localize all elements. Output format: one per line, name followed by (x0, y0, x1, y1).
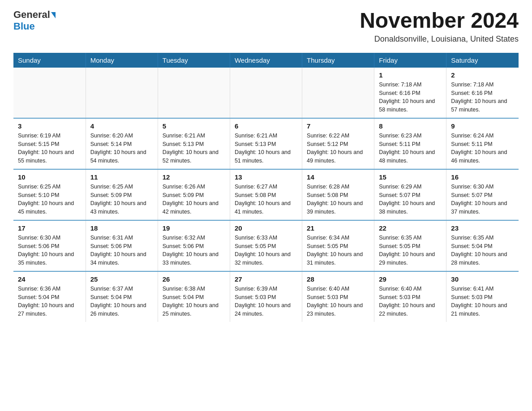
day-info: Sunrise: 6:33 AM Sunset: 5:05 PM Dayligh… (235, 234, 297, 267)
day-cell: 10Sunrise: 6:25 AM Sunset: 5:10 PM Dayli… (13, 169, 86, 220)
day-info: Sunrise: 6:36 AM Sunset: 5:04 PM Dayligh… (18, 285, 81, 318)
day-info: Sunrise: 6:30 AM Sunset: 5:06 PM Dayligh… (18, 234, 81, 267)
day-cell (13, 68, 86, 118)
logo-general-label: General (13, 9, 50, 21)
day-info: Sunrise: 6:19 AM Sunset: 5:15 PM Dayligh… (18, 132, 81, 165)
day-info: Sunrise: 6:30 AM Sunset: 5:07 PM Dayligh… (451, 183, 514, 216)
day-number: 24 (18, 275, 81, 283)
day-cell: 4Sunrise: 6:20 AM Sunset: 5:14 PM Daylig… (86, 118, 158, 169)
day-info: Sunrise: 6:27 AM Sunset: 5:08 PM Dayligh… (235, 183, 297, 216)
day-number: 3 (18, 122, 81, 130)
day-info: Sunrise: 6:35 AM Sunset: 5:04 PM Dayligh… (451, 234, 514, 267)
day-cell (230, 68, 302, 118)
day-number: 8 (379, 122, 442, 130)
day-cell: 15Sunrise: 6:29 AM Sunset: 5:07 PM Dayli… (374, 169, 446, 220)
day-number: 16 (451, 173, 514, 181)
day-info: Sunrise: 7:18 AM Sunset: 6:16 PM Dayligh… (379, 81, 442, 114)
day-cell (158, 68, 230, 118)
week-row-0: 1Sunrise: 7:18 AM Sunset: 6:16 PM Daylig… (13, 68, 519, 118)
day-number: 7 (307, 122, 369, 130)
day-cell: 2Sunrise: 7:18 AM Sunset: 6:16 PM Daylig… (446, 68, 519, 118)
day-cell: 16Sunrise: 6:30 AM Sunset: 5:07 PM Dayli… (446, 169, 519, 220)
day-cell: 8Sunrise: 6:23 AM Sunset: 5:11 PM Daylig… (374, 118, 446, 169)
day-number: 1 (379, 71, 442, 79)
day-cell: 28Sunrise: 6:40 AM Sunset: 5:03 PM Dayli… (302, 271, 374, 322)
day-number: 2 (451, 71, 514, 79)
day-cell: 3Sunrise: 6:19 AM Sunset: 5:15 PM Daylig… (13, 118, 86, 169)
day-info: Sunrise: 6:31 AM Sunset: 5:06 PM Dayligh… (90, 234, 153, 267)
day-info: Sunrise: 6:28 AM Sunset: 5:08 PM Dayligh… (307, 183, 369, 216)
title-area: November 2024 Donaldsonville, Louisiana,… (360, 9, 519, 44)
logo: General Blue (13, 9, 56, 32)
day-number: 15 (379, 173, 442, 181)
header-cell-sunday: Sunday (13, 53, 86, 68)
header-cell-wednesday: Wednesday (230, 53, 302, 68)
day-cell: 25Sunrise: 6:37 AM Sunset: 5:04 PM Dayli… (86, 271, 158, 322)
day-cell: 29Sunrise: 6:40 AM Sunset: 5:03 PM Dayli… (374, 271, 446, 322)
day-info: Sunrise: 6:22 AM Sunset: 5:12 PM Dayligh… (307, 132, 369, 165)
day-cell: 7Sunrise: 6:22 AM Sunset: 5:12 PM Daylig… (302, 118, 374, 169)
day-info: Sunrise: 7:18 AM Sunset: 6:16 PM Dayligh… (451, 81, 514, 114)
calendar-table: SundayMondayTuesdayWednesdayThursdayFrid… (13, 53, 519, 322)
day-cell: 30Sunrise: 6:41 AM Sunset: 5:03 PM Dayli… (446, 271, 519, 322)
day-number: 17 (18, 224, 81, 232)
day-number: 13 (235, 173, 297, 181)
day-cell: 24Sunrise: 6:36 AM Sunset: 5:04 PM Dayli… (13, 271, 86, 322)
header: General Blue November 2024 Donaldsonvill… (13, 9, 519, 44)
day-info: Sunrise: 6:39 AM Sunset: 5:03 PM Dayligh… (235, 285, 297, 318)
day-cell: 6Sunrise: 6:21 AM Sunset: 5:13 PM Daylig… (230, 118, 302, 169)
day-cell: 11Sunrise: 6:25 AM Sunset: 5:09 PM Dayli… (86, 169, 158, 220)
header-cell-monday: Monday (86, 53, 158, 68)
day-cell: 14Sunrise: 6:28 AM Sunset: 5:08 PM Dayli… (302, 169, 374, 220)
day-info: Sunrise: 6:25 AM Sunset: 5:09 PM Dayligh… (90, 183, 153, 216)
day-info: Sunrise: 6:41 AM Sunset: 5:03 PM Dayligh… (451, 285, 514, 318)
day-number: 11 (90, 173, 153, 181)
day-cell: 23Sunrise: 6:35 AM Sunset: 5:04 PM Dayli… (446, 220, 519, 271)
day-info: Sunrise: 6:21 AM Sunset: 5:13 PM Dayligh… (163, 132, 225, 165)
day-number: 9 (451, 122, 514, 130)
day-cell: 9Sunrise: 6:24 AM Sunset: 5:11 PM Daylig… (446, 118, 519, 169)
calendar-header: SundayMondayTuesdayWednesdayThursdayFrid… (13, 53, 519, 68)
day-number: 12 (163, 173, 225, 181)
day-cell: 19Sunrise: 6:32 AM Sunset: 5:06 PM Dayli… (158, 220, 230, 271)
day-cell: 22Sunrise: 6:35 AM Sunset: 5:05 PM Dayli… (374, 220, 446, 271)
day-number: 21 (307, 224, 369, 232)
logo-blue-label: Blue (13, 21, 35, 32)
day-cell: 13Sunrise: 6:27 AM Sunset: 5:08 PM Dayli… (230, 169, 302, 220)
day-info: Sunrise: 6:38 AM Sunset: 5:04 PM Dayligh… (163, 285, 225, 318)
day-cell: 21Sunrise: 6:34 AM Sunset: 5:05 PM Dayli… (302, 220, 374, 271)
day-info: Sunrise: 6:32 AM Sunset: 5:06 PM Dayligh… (163, 234, 225, 267)
day-cell: 17Sunrise: 6:30 AM Sunset: 5:06 PM Dayli… (13, 220, 86, 271)
day-number: 23 (451, 224, 514, 232)
header-row: SundayMondayTuesdayWednesdayThursdayFrid… (13, 53, 519, 68)
day-cell: 5Sunrise: 6:21 AM Sunset: 5:13 PM Daylig… (158, 118, 230, 169)
week-row-4: 24Sunrise: 6:36 AM Sunset: 5:04 PM Dayli… (13, 271, 519, 322)
header-cell-tuesday: Tuesday (158, 53, 230, 68)
day-cell: 18Sunrise: 6:31 AM Sunset: 5:06 PM Dayli… (86, 220, 158, 271)
day-cell (302, 68, 374, 118)
month-title: November 2024 (360, 9, 519, 33)
logo-general-text: General (13, 9, 56, 21)
day-info: Sunrise: 6:25 AM Sunset: 5:10 PM Dayligh… (18, 183, 81, 216)
day-cell: 20Sunrise: 6:33 AM Sunset: 5:05 PM Dayli… (230, 220, 302, 271)
day-info: Sunrise: 6:26 AM Sunset: 5:09 PM Dayligh… (163, 183, 225, 216)
day-number: 30 (451, 275, 514, 283)
day-cell: 1Sunrise: 7:18 AM Sunset: 6:16 PM Daylig… (374, 68, 446, 118)
day-info: Sunrise: 6:40 AM Sunset: 5:03 PM Dayligh… (307, 285, 369, 318)
header-cell-friday: Friday (374, 53, 446, 68)
day-number: 18 (90, 224, 153, 232)
day-info: Sunrise: 6:35 AM Sunset: 5:05 PM Dayligh… (379, 234, 442, 267)
day-info: Sunrise: 6:24 AM Sunset: 5:11 PM Dayligh… (451, 132, 514, 165)
day-info: Sunrise: 6:20 AM Sunset: 5:14 PM Dayligh… (90, 132, 153, 165)
day-number: 27 (235, 275, 297, 283)
calendar-body: 1Sunrise: 7:18 AM Sunset: 6:16 PM Daylig… (13, 68, 519, 322)
week-row-2: 10Sunrise: 6:25 AM Sunset: 5:10 PM Dayli… (13, 169, 519, 220)
day-info: Sunrise: 6:34 AM Sunset: 5:05 PM Dayligh… (307, 234, 369, 267)
day-number: 22 (379, 224, 442, 232)
day-info: Sunrise: 6:37 AM Sunset: 5:04 PM Dayligh… (90, 285, 153, 318)
location-label: Donaldsonville, Louisiana, United States (360, 34, 519, 44)
logo-arrow-icon (51, 12, 56, 18)
day-cell (86, 68, 158, 118)
day-number: 26 (163, 275, 225, 283)
day-number: 20 (235, 224, 297, 232)
